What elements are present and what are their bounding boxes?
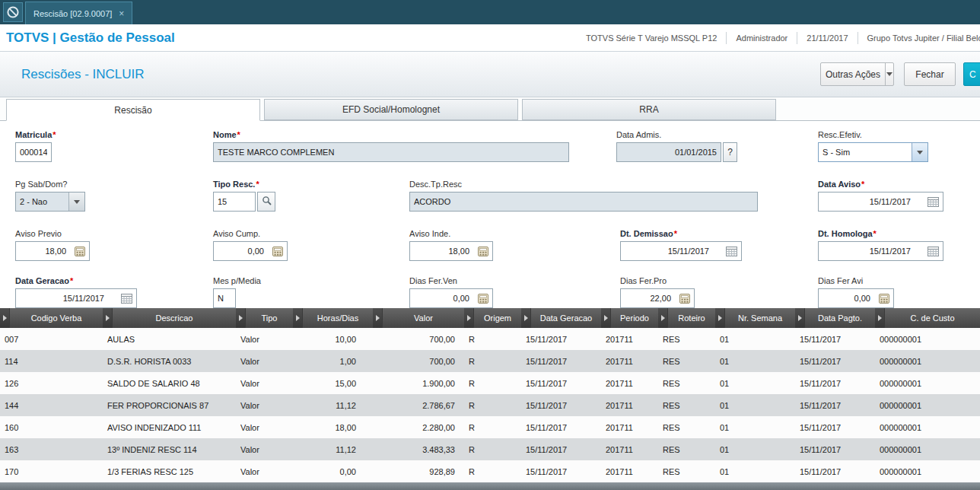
grid-row-114[interactable]: 114D.S.R. HORISTA 0033Valor1,00700,00R15… (0, 350, 980, 372)
grid-cell: 15,00 (293, 372, 373, 394)
column-expand-icon[interactable] (795, 308, 805, 328)
column-header-roteiro[interactable]: Roteiro (658, 308, 715, 328)
system-menu-button[interactable] (3, 2, 23, 22)
column-expand-icon[interactable] (236, 308, 246, 328)
column-expand-icon[interactable] (293, 308, 303, 328)
tab-efd-social-homolognet[interactable]: EFD Social/Homolognet (264, 99, 518, 120)
app-header: TOTVS | Gestão de Pessoal TOTVS Série T … (0, 24, 980, 52)
column-header-descricao[interactable]: Descricao (103, 308, 236, 328)
data-admis-input[interactable] (616, 142, 721, 162)
calculator-icon[interactable] (269, 243, 285, 259)
window-tab-rescisao[interactable]: Rescisão [02.9.0007] × (25, 2, 132, 24)
grid-cell: Valor (236, 438, 293, 460)
calculator-icon[interactable] (475, 243, 491, 259)
field-matricula: Matricula* (15, 130, 52, 162)
grid-cell: 201711 (601, 394, 658, 416)
grid-cell: 201711 (601, 350, 658, 372)
column-header-horas-dias[interactable]: Horas/Dias (293, 308, 373, 328)
column-expand-icon[interactable] (715, 308, 725, 328)
column-expand-icon[interactable] (521, 308, 531, 328)
grid-cell: 15/11/2017 (521, 416, 601, 438)
grid-cell: 18,00 (293, 416, 373, 438)
grid-row-126[interactable]: 126SALDO DE SALARIO 48Valor15,001.900,00… (0, 372, 980, 394)
column-expand-icon[interactable] (373, 308, 383, 328)
grid-cell: 000000001 (875, 350, 980, 372)
column-header-origem[interactable]: Origem (464, 308, 521, 328)
help-button[interactable]: ? (723, 142, 737, 162)
mes-p-media-input[interactable] (213, 288, 236, 308)
date-label: 21/11/2017 (797, 33, 857, 43)
grid-cell: 2.280,00 (373, 416, 464, 438)
grid-cell: RES (658, 460, 715, 482)
column-expand-icon[interactable] (658, 308, 668, 328)
grid-row-170[interactable]: 1701/3 FERIAS RESC 125Valor0,00928,89R15… (0, 460, 980, 482)
grid-body: 007AULASValor10,00700,00R15/11/201720171… (0, 328, 980, 482)
grid-cell: R (464, 438, 521, 460)
column-header-nr-semana[interactable]: Nr. Semana (715, 308, 795, 328)
calendar-icon[interactable] (925, 194, 941, 209)
calendar-icon[interactable] (119, 291, 135, 306)
grid-cell: 3.483,33 (373, 438, 464, 460)
grid-cell: 01 (715, 372, 795, 394)
page-title: Rescisões - INCLUIR (21, 67, 145, 82)
field-dt-homologa: Dt. Homologa* (818, 229, 943, 261)
column-header-data-pagto[interactable]: Data Pagto. (795, 308, 875, 328)
column-header-data-geracao[interactable]: Data Geracao (521, 308, 601, 328)
nome-input[interactable] (213, 142, 569, 162)
matricula-input[interactable] (15, 142, 52, 162)
calculator-icon[interactable] (876, 291, 892, 306)
outras-acoes-button[interactable]: Outras Ações (820, 62, 894, 86)
column-header-valor[interactable]: Valor (373, 308, 464, 328)
calculator-icon[interactable] (676, 291, 692, 306)
desc-tp-resc-input[interactable] (409, 192, 758, 212)
mes-p-media-label: Mes p/Media (213, 276, 236, 286)
dropdown-button[interactable] (912, 143, 928, 161)
session-info: TOTVS Série T Varejo MSSQL P12 Administr… (577, 24, 980, 51)
tab-rra[interactable]: RRA (522, 99, 776, 120)
column-header-label: Horas/Dias (303, 313, 373, 323)
tab-rescisao[interactable]: Rescisão (6, 99, 260, 121)
grid-cell: 1,00 (293, 350, 373, 372)
environment-label: TOTVS Série T Varejo MSSQL P12 (577, 33, 726, 43)
confirm-button[interactable]: C (963, 62, 980, 86)
grid-cell: 007 (0, 328, 103, 350)
column-expand-icon[interactable] (464, 308, 474, 328)
column-header-c-de-custo[interactable]: C. de Custo (875, 308, 980, 328)
outras-acoes-label: Outras Ações (821, 69, 885, 80)
calendar-icon[interactable] (925, 243, 941, 259)
calendar-icon[interactable] (724, 243, 740, 259)
column-expand-icon[interactable] (103, 308, 113, 328)
column-header-codigo-verba[interactable]: Codigo Verba (0, 308, 103, 328)
column-header-periodo[interactable]: Periodo (601, 308, 658, 328)
grid-cell: 201711 (601, 328, 658, 350)
grid-cell: RES (658, 372, 715, 394)
field-desc-tp-resc: Desc.Tp.Resc (409, 180, 758, 212)
grid-row-160[interactable]: 160AVISO INDENIZADO 111Valor18,002.280,0… (0, 416, 980, 438)
tipo-resc-input[interactable] (213, 192, 256, 212)
chevron-down-icon (886, 72, 892, 76)
grid-row-007[interactable]: 007AULASValor10,00700,00R15/11/201720171… (0, 328, 980, 350)
grid-cell: 01 (715, 394, 795, 416)
grid-row-144[interactable]: 144FER PROPORCIONAIS 87Valor11,122.786,6… (0, 394, 980, 416)
grid-cell: 15/11/2017 (795, 460, 875, 482)
grid-row-163[interactable]: 16313º INDENIZ RESC 114Valor11,123.483,3… (0, 438, 980, 460)
horizontal-scrollbar[interactable] (0, 482, 980, 490)
column-expand-icon[interactable] (875, 308, 885, 328)
column-expand-icon[interactable] (601, 308, 611, 328)
required-asterisk: * (256, 180, 259, 189)
close-icon[interactable]: × (119, 9, 124, 18)
grid-cell: R (464, 394, 521, 416)
calculator-icon[interactable] (475, 291, 491, 306)
pg-sab-dom-select[interactable]: 2 - Nao (15, 192, 85, 212)
fechar-button[interactable]: Fechar (904, 62, 956, 86)
search-button[interactable] (257, 192, 275, 212)
calculator-icon[interactable] (72, 243, 88, 259)
dropdown-button[interactable] (68, 192, 84, 211)
column-header-tipo[interactable]: Tipo (236, 308, 293, 328)
outras-acoes-caret[interactable] (885, 63, 893, 85)
resc-efetiv-select[interactable]: S - Sim (818, 142, 928, 162)
grid-cell: 114 (0, 350, 103, 372)
grid-cell: 000000001 (875, 416, 980, 438)
column-expand-icon[interactable] (0, 308, 10, 328)
question-mark-icon: ? (727, 147, 733, 158)
